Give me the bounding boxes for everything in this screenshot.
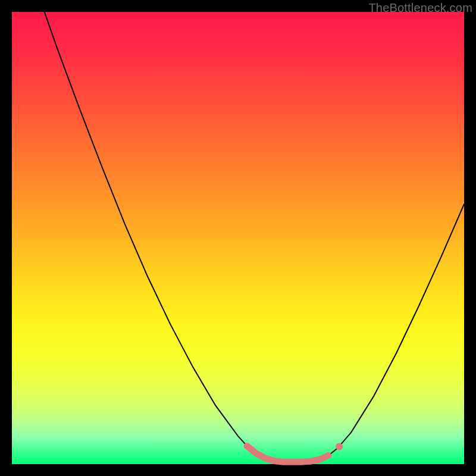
optimal-range-highlight [247,446,328,462]
watermark-label: TheBottleneck.com [368,1,472,15]
chart-frame: TheBottleneck.com [0,0,476,476]
chart-svg [12,12,464,464]
optimal-point-marker [336,443,343,450]
chart-plot-area [12,12,464,464]
bottleneck-curve [45,12,464,462]
